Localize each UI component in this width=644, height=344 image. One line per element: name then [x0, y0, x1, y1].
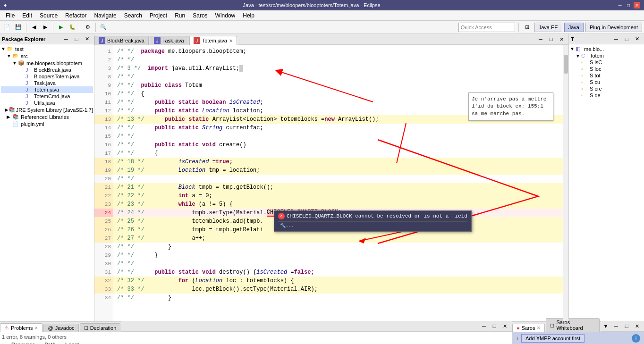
menu-search[interactable]: Search [120, 11, 146, 20]
tree-item-src[interactable]: ▼ 📂 src [1, 52, 93, 59]
tab-blockbreak[interactable]: J BlockBreak.java [94, 36, 149, 45]
folder-icon: 📂 [12, 53, 20, 59]
saros-close-button[interactable]: ✕ [632, 321, 642, 331]
menu-saros[interactable]: Saros [189, 11, 211, 20]
tab-label: Problems [11, 325, 33, 331]
outline-item-currentfac[interactable]: ◦ S cu [570, 79, 643, 85]
pe-minimize-button[interactable]: ─ [61, 34, 71, 44]
outline-item-destroy[interactable]: ◦ S de [570, 92, 643, 99]
quick-access-input[interactable] [458, 23, 515, 32]
bottom-maximize-button[interactable]: □ [489, 321, 500, 331]
perspective-java-button[interactable]: Java [564, 23, 584, 32]
outline-close-button[interactable]: ✕ [632, 34, 642, 44]
pe-maximize-button[interactable]: □ [71, 34, 82, 44]
menu-source[interactable]: Source [36, 11, 61, 20]
pe-close-button[interactable]: ✕ [82, 34, 92, 44]
tree-label: S tot [590, 73, 601, 78]
tree-item-jre[interactable]: ▶ 📚 JRE System Library [JavaSE-1.7] [1, 106, 93, 113]
jre-icon: 📚 [8, 107, 15, 113]
tree-item-task[interactable]: J Task.java [1, 80, 93, 86]
tree-item-utils[interactable]: J Utils.java [1, 100, 93, 106]
toolbar-separator-1 [26, 23, 26, 32]
tab-task[interactable]: J Task.java [150, 36, 188, 45]
outline-item-package[interactable]: ▼ ◧ me.blo... [570, 45, 643, 52]
tree-label: Totem [590, 53, 604, 59]
tree-label: TotemCmd.java [34, 93, 70, 99]
menu-window[interactable]: Window [212, 11, 239, 20]
tree-item-totemcmd[interactable]: J TotemCmd.java [1, 93, 93, 100]
menu-navigate[interactable]: Navigate [90, 11, 120, 20]
menu-project[interactable]: Project [146, 11, 171, 20]
info-button[interactable]: i [632, 334, 640, 343]
code-line-15: /* */ [113, 132, 563, 141]
tree-arrow: ▼ [12, 60, 18, 66]
tab-declaration[interactable]: ◻ Declaration [80, 323, 121, 332]
toolbar-back-button[interactable]: ◀ [29, 22, 39, 33]
tab-close-icon[interactable]: ✕ [34, 326, 38, 330]
tree-item-plugin[interactable]: 📄 plugin.yml [1, 120, 93, 127]
reflib-icon: 📚 [12, 114, 20, 120]
toolbar-forward-button[interactable]: ▶ [40, 22, 51, 33]
close-button[interactable]: ✕ [634, 2, 640, 8]
code-line-11: /* */ public static boolean isCreated; [113, 98, 563, 107]
bottom-minimize-button[interactable]: ─ [479, 321, 489, 331]
perspective-plugin-button[interactable]: Plug-in Development [585, 23, 642, 32]
outline-item-location[interactable]: ◦ S loc [570, 66, 643, 72]
outline-item-create[interactable]: ◦ S cre [570, 85, 643, 92]
problems-columns: Resource Path Locat [2, 342, 510, 344]
bottom-close-button[interactable]: ✕ [500, 321, 510, 331]
tab-saros[interactable]: ● Saros ✕ [512, 324, 545, 332]
toolbar-run-button[interactable]: ▶ [56, 22, 66, 33]
tab-totem[interactable]: J Totem.java ✕ [189, 36, 237, 45]
outline-item-iscreated[interactable]: ◦ S isC [570, 59, 643, 66]
code-line-3: /* 3 */ import java.util.ArrayList; [113, 64, 563, 73]
perspective-javaee-button[interactable]: Java EE [534, 23, 562, 32]
saros-toolbar-btn[interactable]: ▼ [601, 321, 611, 331]
class-icon: C [581, 53, 589, 59]
toolbar-new-button[interactable]: 📄 [2, 22, 12, 33]
tree-arrow: ▼ [1, 46, 7, 51]
saros-maximize-button[interactable]: □ [621, 321, 632, 331]
line-num-3: 3 [94, 64, 113, 73]
declaration-icon: ◻ [84, 325, 88, 331]
toolbar-build-button[interactable]: ⚙ [83, 22, 93, 33]
editor-minimize-button[interactable]: ─ [535, 34, 546, 44]
tab-close-icon[interactable]: ✕ [229, 38, 233, 43]
xmpp-add-section: + Add XMPP account first [516, 334, 585, 343]
tree-item-totem[interactable]: J Totem.java [1, 86, 93, 93]
tree-item-blockbreak[interactable]: J BlockBreak.java [1, 67, 93, 73]
tree-item-package[interactable]: ▼ 📦 me.bloopers.blooptotem [1, 59, 93, 67]
add-xmpp-button[interactable]: Add XMPP account first [521, 334, 585, 343]
saros-minimize-button[interactable]: ─ [611, 321, 621, 331]
tree-item-blooperstotem[interactable]: J BloopersTotem.java [1, 73, 93, 80]
tab-label: Totem.java [202, 38, 227, 43]
tab-problems[interactable]: ⚠ Problems ✕ [0, 323, 42, 332]
outline-minimize-button[interactable]: ─ [611, 34, 621, 44]
outline-item-totemblocks[interactable]: ◦ S tot [570, 72, 643, 79]
tree-label: Utils.java [34, 100, 55, 106]
minimize-button[interactable]: ─ [617, 2, 623, 8]
toolbar-perspective-menu[interactable]: ⊞ [522, 22, 533, 33]
outline-item-totem[interactable]: ▼ C Totem [570, 52, 643, 59]
tab-close-icon[interactable]: ✕ [537, 326, 541, 330]
vertical-scrollbar[interactable] [563, 45, 568, 321]
code-content[interactable]: Je n'arrive pas à mettre l'id du block e… [113, 45, 563, 321]
menu-refactor[interactable]: Refactor [61, 11, 90, 20]
tab-javadoc[interactable]: @ Javadoc [43, 324, 78, 332]
scrollbar-thumb[interactable] [564, 55, 568, 74]
menu-edit[interactable]: Edit [18, 11, 36, 20]
maximize-button[interactable]: □ [625, 2, 632, 8]
menu-file[interactable]: File [2, 11, 18, 20]
code-editor[interactable]: 1 2 3 8 9 10 11 12 13 14 15 16 17 18 19 … [94, 45, 568, 321]
toolbar-search-button[interactable]: 🔍 [98, 22, 109, 33]
tree-item-reflibs[interactable]: ▶ 📚 Referenced Libraries [1, 113, 93, 120]
editor-maximize-button[interactable]: □ [546, 34, 556, 44]
tree-item-test[interactable]: ▼ 📁 test [1, 45, 93, 52]
outline-maximize-button[interactable]: □ [621, 34, 632, 44]
menu-run[interactable]: Run [171, 11, 189, 20]
menu-help[interactable]: Help [239, 11, 258, 20]
toolbar-debug-button[interactable]: 🐛 [67, 22, 77, 33]
editor-close-button[interactable]: ✕ [556, 34, 567, 44]
toolbar-separator-4 [95, 23, 96, 32]
toolbar-save-button[interactable]: 💾 [13, 22, 24, 33]
